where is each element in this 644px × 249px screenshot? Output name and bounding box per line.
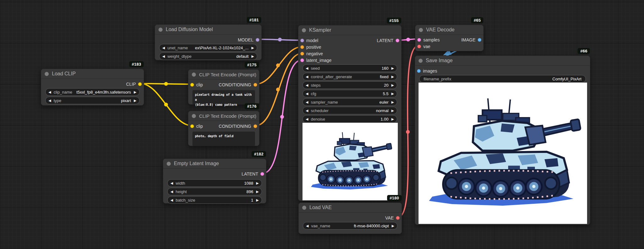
input-port-positive[interactable]: positive	[300, 45, 321, 50]
scheduler-widget[interactable]: ◀ scheduler normal ▶	[303, 107, 397, 114]
increment-arrow-icon[interactable]: ▶	[391, 92, 394, 95]
increment-arrow-icon[interactable]: ▶	[392, 224, 394, 228]
node-header[interactable]: Empty Latent Image	[163, 159, 266, 169]
node-ksampler[interactable]: #155 KSampler model LATENT positive nega	[298, 25, 402, 201]
decrement-arrow-icon[interactable]: ◀	[306, 117, 308, 121]
decrement-arrow-icon[interactable]: ◀	[48, 99, 51, 102]
collapse-dot-icon[interactable]	[419, 28, 423, 32]
input-port-clip[interactable]: clip	[190, 82, 203, 87]
vae-port-icon[interactable]	[417, 45, 421, 48]
node-header[interactable]: Load Diffusion Model	[155, 25, 261, 35]
vae-name-widget[interactable]: ◀ vae_name ft-mse-840000.ckpt ▶	[303, 222, 397, 230]
prompt-textarea[interactable]: pixelart drawing of a tank with a (blue:…	[192, 90, 255, 105]
output-port-latent[interactable]: LATENT	[242, 171, 264, 176]
collapse-dot-icon[interactable]	[158, 28, 163, 32]
type-widget[interactable]: ◀ type pixart ▶	[45, 97, 140, 104]
input-port-vae[interactable]: vae	[417, 44, 430, 49]
node-header[interactable]: Load VAE	[299, 203, 402, 213]
unet-name-widget[interactable]: ◀ unet_name ex\PixArt-XL-2-1024x1024_...…	[159, 44, 257, 51]
node-header[interactable]: VAE Decode	[415, 25, 483, 35]
increment-arrow-icon[interactable]: ▶	[391, 117, 394, 121]
node-load-clip[interactable]: #183 Load CLIP CLIP ◀ clip_name t5xxl_fp…	[41, 69, 144, 106]
increment-arrow-icon[interactable]: ▶	[134, 90, 136, 94]
collapse-dot-icon[interactable]	[302, 206, 306, 210]
node-header[interactable]: Save Image	[415, 56, 590, 66]
node-clip-text-encode-positive[interactable]: #175 CLIP Text Encode (Prompt) clip COND…	[188, 69, 259, 105]
prompt-textarea[interactable]: photo, depth of field	[192, 132, 255, 146]
node-header[interactable]: Load CLIP	[41, 69, 144, 79]
decrement-arrow-icon[interactable]: ◀	[170, 190, 173, 193]
steps-widget[interactable]: ◀ steps 20 ▶	[303, 81, 397, 89]
image-port-icon[interactable]	[478, 38, 481, 42]
filename-prefix-widget[interactable]: filename_prefix ComfyUI_PixArt	[419, 75, 586, 83]
sampler-name-widget[interactable]: ◀ sampler_name euler ▶	[303, 98, 397, 106]
node-empty-latent-image[interactable]: #182 Empty Latent Image LATENT ◀ width 1…	[163, 159, 266, 203]
decrement-arrow-icon[interactable]: ◀	[170, 198, 173, 202]
node-load-vae[interactable]: #180 Load VAE VAE ◀ vae_name ft-mse-8400…	[298, 203, 402, 234]
node-load-diffusion-model[interactable]: #181 Load Diffusion Model MODEL ◀ unet_n…	[155, 24, 262, 60]
collapse-dot-icon[interactable]	[419, 59, 423, 63]
height-widget[interactable]: ◀ height 896 ▶	[167, 188, 262, 195]
node-clip-text-encode-negative[interactable]: #176 CLIP Text Encode (Prompt) clip COND…	[188, 111, 259, 146]
conditioning-port-icon[interactable]	[300, 52, 304, 56]
output-port-latent[interactable]: LATENT	[377, 38, 399, 43]
decrement-arrow-icon[interactable]: ◀	[162, 55, 165, 58]
increment-arrow-icon[interactable]: ▶	[256, 181, 259, 185]
collapse-dot-icon[interactable]	[167, 162, 171, 166]
conditioning-port-icon[interactable]	[300, 45, 304, 49]
increment-arrow-icon[interactable]: ▶	[256, 190, 259, 193]
output-port-model[interactable]: MODEL	[238, 37, 259, 42]
conditioning-port-icon[interactable]	[253, 124, 257, 128]
latent-port-icon[interactable]	[417, 38, 421, 42]
decrement-arrow-icon[interactable]: ◀	[306, 100, 308, 104]
input-port-negative[interactable]: negative	[300, 51, 323, 56]
increment-arrow-icon[interactable]: ▶	[391, 67, 394, 70]
decrement-arrow-icon[interactable]: ◀	[306, 67, 308, 70]
clip-port-icon[interactable]	[190, 124, 194, 128]
node-header[interactable]: CLIP Text Encode (Prompt)	[188, 70, 259, 79]
denoise-widget[interactable]: ◀ denoise 1.00 ▶	[303, 115, 397, 123]
decrement-arrow-icon[interactable]: ◀	[162, 46, 165, 50]
decrement-arrow-icon[interactable]: ◀	[306, 109, 308, 112]
decrement-arrow-icon[interactable]: ◀	[306, 92, 308, 95]
decrement-arrow-icon[interactable]: ◀	[306, 224, 308, 228]
input-port-model[interactable]: model	[300, 38, 318, 43]
decrement-arrow-icon[interactable]: ◀	[48, 90, 51, 94]
output-port-clip[interactable]: CLIP	[126, 82, 142, 87]
decrement-arrow-icon[interactable]: ◀	[306, 75, 308, 78]
collapse-dot-icon[interactable]	[192, 114, 196, 118]
increment-arrow-icon[interactable]: ▶	[391, 75, 394, 78]
cfg-widget[interactable]: ◀ cfg 5.5 ▶	[303, 90, 397, 97]
input-port-samples[interactable]: samples	[417, 37, 440, 42]
node-save-image[interactable]: #66 Save Image images filename_prefix Co…	[415, 56, 590, 225]
decrement-arrow-icon[interactable]: ◀	[170, 181, 173, 185]
node-vae-decode[interactable]: #65 VAE Decode samples IMAGE vae	[415, 25, 484, 51]
control-after-generate-widget[interactable]: ◀ control_after_generate fixed ▶	[303, 73, 397, 80]
weight-dtype-widget[interactable]: ◀ weight_dtype default ▶	[159, 52, 257, 60]
model-port-icon[interactable]	[256, 38, 259, 42]
image-port-icon[interactable]	[417, 69, 421, 73]
latent-port-icon[interactable]	[260, 172, 264, 176]
clip-port-icon[interactable]	[190, 83, 194, 87]
input-port-latent-image[interactable]: latent_image	[300, 58, 331, 63]
node-header[interactable]: CLIP Text Encode (Prompt)	[188, 111, 259, 121]
seed-widget[interactable]: ◀ seed 160 ▶	[303, 64, 397, 72]
clip-name-widget[interactable]: ◀ clip_name t5xxl_fp8_e4m3fn.safetensors…	[45, 88, 140, 96]
conditioning-port-icon[interactable]	[253, 83, 257, 87]
increment-arrow-icon[interactable]: ▶	[391, 109, 394, 112]
vae-port-icon[interactable]	[396, 216, 400, 220]
input-port-images[interactable]: images	[417, 68, 437, 73]
increment-arrow-icon[interactable]: ▶	[391, 100, 394, 104]
batch-size-widget[interactable]: ◀ batch_size 1 ▶	[167, 196, 262, 204]
collapse-dot-icon[interactable]	[45, 72, 49, 76]
node-header[interactable]: KSampler	[298, 25, 401, 35]
increment-arrow-icon[interactable]: ▶	[252, 55, 254, 58]
output-port-conditioning[interactable]: CONDITIONING	[219, 82, 257, 87]
increment-arrow-icon[interactable]: ▶	[252, 46, 254, 50]
collapse-dot-icon[interactable]	[192, 73, 196, 77]
collapse-dot-icon[interactable]	[302, 28, 306, 32]
width-widget[interactable]: ◀ width 1088 ▶	[167, 179, 262, 187]
increment-arrow-icon[interactable]: ▶	[391, 84, 394, 87]
model-port-icon[interactable]	[300, 39, 304, 42]
increment-arrow-icon[interactable]: ▶	[256, 198, 259, 202]
